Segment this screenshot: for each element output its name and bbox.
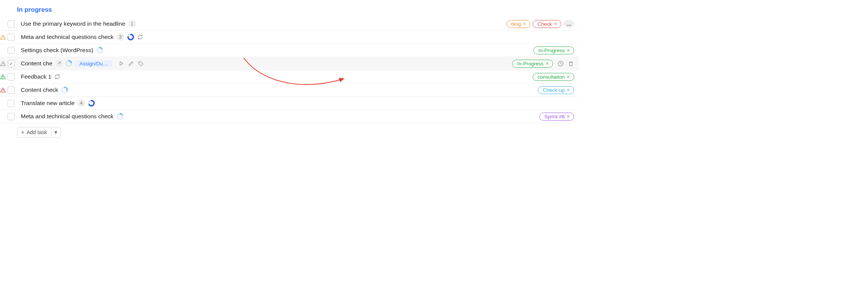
tag-pill[interactable]: In-Progress✕ — [512, 60, 553, 68]
task-checkbox[interactable] — [8, 100, 15, 107]
tag-remove-icon[interactable]: ✕ — [523, 22, 526, 26]
tag-pill[interactable]: In-Progress✕ — [533, 46, 574, 54]
add-task-button-group: +Add task▾ — [17, 127, 61, 138]
tag-remove-icon[interactable]: ✕ — [545, 61, 549, 66]
trash-icon[interactable] — [568, 60, 574, 67]
tag-remove-icon[interactable]: ✕ — [567, 88, 570, 93]
progress-icon — [117, 113, 124, 120]
task-checkbox[interactable] — [8, 87, 15, 94]
clock-icon[interactable] — [558, 60, 564, 67]
tag-label: Check — [537, 21, 552, 27]
tag-pill[interactable]: Sprint #6✕ — [539, 113, 574, 121]
open-link-icon[interactable] — [57, 61, 61, 66]
task-checkbox[interactable] — [8, 73, 15, 80]
tag-label: In-Progress — [538, 48, 565, 53]
row-hover-actions — [118, 60, 144, 67]
task-row[interactable]: Translate new article4 — [0, 97, 579, 110]
task-row[interactable]: Content checkCheck-up✕ — [0, 84, 579, 97]
add-task-row: +Add task▾ — [0, 123, 579, 141]
svg-point-15 — [3, 91, 3, 92]
priority-icon — [0, 74, 6, 80]
task-row[interactable]: Settings check (WordPress)In-Progress✕ — [0, 44, 579, 57]
task-row[interactable]: Feedback 1consultation✕ — [0, 70, 579, 84]
play-icon[interactable] — [118, 60, 124, 67]
svg-point-13 — [3, 78, 3, 79]
task-title[interactable]: Feedback 1 — [21, 73, 51, 80]
tag-icon[interactable] — [138, 60, 144, 67]
tag-pill[interactable]: Check-up✕ — [538, 86, 574, 94]
tag-remove-icon[interactable]: ✕ — [567, 114, 570, 119]
priority-icon — [0, 87, 6, 93]
tag-remove-icon[interactable]: ✕ — [567, 74, 570, 79]
tag-remove-icon[interactable]: ✕ — [554, 22, 557, 26]
task-checkbox[interactable] — [8, 47, 15, 54]
task-checkbox[interactable] — [8, 113, 15, 120]
progress-icon — [96, 47, 103, 54]
subtask-count-badge: 3 — [117, 33, 124, 41]
progress-icon — [65, 60, 72, 67]
add-task-dropdown[interactable]: ▾ — [51, 127, 60, 137]
tag-label: In-Progress — [517, 61, 544, 67]
task-title[interactable]: Settings check (WordPress) — [21, 47, 93, 54]
tag-label: Sprint #6 — [544, 114, 565, 119]
task-checkbox[interactable] — [8, 20, 15, 28]
priority-icon — [0, 34, 6, 40]
tag-pill[interactable]: blog✕ — [507, 20, 531, 28]
tag-label: Check-up — [543, 87, 565, 93]
tag-pill[interactable]: Check✕ — [533, 20, 561, 28]
task-title[interactable]: Meta and technical questions check — [21, 113, 114, 120]
plus-icon: + — [21, 129, 24, 135]
edit-icon[interactable] — [128, 60, 134, 67]
open-task-button[interactable] — [56, 60, 62, 67]
recur-icon — [54, 74, 60, 80]
subtask-count-badge: 4 — [77, 99, 85, 107]
tag-label: blog — [511, 21, 521, 27]
recur-icon — [137, 34, 143, 40]
task-checkbox[interactable] — [8, 34, 15, 41]
task-row[interactable]: ⋮⋮Content cheAssign/Due...In-Progress✕ — [0, 57, 579, 70]
subtask-count-badge: 1 — [128, 20, 136, 28]
progress-icon — [127, 34, 134, 40]
section-title[interactable]: In progress — [0, 4, 579, 17]
tag-remove-icon[interactable]: ✕ — [567, 48, 570, 53]
task-row[interactable]: Meta and technical questions check3 — [0, 31, 579, 44]
task-title[interactable]: Meta and technical questions check — [21, 34, 114, 40]
svg-point-1 — [3, 38, 3, 39]
tag-label: consultation — [537, 74, 565, 80]
task-title[interactable]: Content check — [21, 87, 58, 93]
add-task-label: Add task — [26, 129, 47, 135]
task-row[interactable]: Use the primary keyword in the headline1… — [0, 17, 579, 31]
progress-icon — [61, 87, 68, 93]
svg-point-10 — [139, 62, 140, 63]
progress-icon — [88, 100, 95, 107]
assign-due-pill[interactable]: Assign/Due... — [75, 60, 113, 67]
add-task-button[interactable]: +Add task — [17, 127, 51, 137]
task-title[interactable]: Translate new article — [21, 100, 74, 107]
task-title[interactable]: Content che — [21, 60, 53, 67]
task-title[interactable]: Use the primary keyword in the headline — [21, 20, 125, 27]
task-row[interactable]: Meta and technical questions checkSprint… — [0, 110, 579, 123]
tag-pill[interactable]: consultation✕ — [533, 73, 574, 81]
more-tags-button[interactable]: ... — [564, 20, 574, 28]
drag-handle-icon[interactable]: ⋮⋮ — [1, 62, 11, 65]
